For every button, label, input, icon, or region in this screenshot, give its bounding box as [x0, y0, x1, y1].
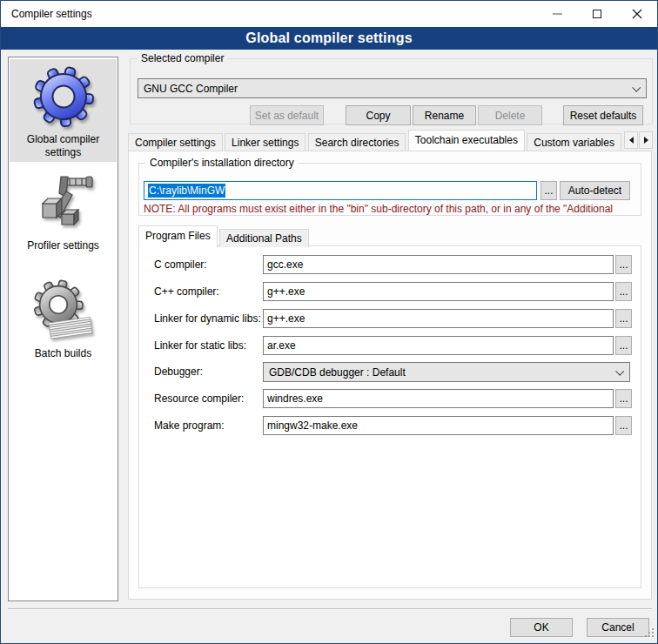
chevron-down-icon	[632, 84, 641, 92]
make-program-browse-button[interactable]: ...	[615, 416, 632, 435]
debugger-label: Debugger:	[154, 366, 203, 378]
settings-tabstrip: Compiler settings Linker settings Search…	[128, 130, 622, 151]
tab-compiler-settings[interactable]: Compiler settings	[128, 133, 223, 151]
program-files-tabstrip: Program Files Additional Paths	[138, 225, 308, 246]
installation-directory-group-title: Compiler's installation directory	[146, 157, 298, 169]
cpp-compiler-label: C++ compiler:	[154, 285, 219, 298]
dialog-banner: Global compiler settings	[1, 27, 657, 50]
make-program-label: Make program:	[154, 419, 225, 432]
compiler-settings-dialog: Compiler settings Global compiler settin…	[0, 0, 658, 644]
close-button[interactable]	[617, 1, 657, 27]
browse-directory-button[interactable]: ...	[540, 181, 557, 200]
program-files-page: C compiler: gcc.exe ... C++ compiler: g+…	[138, 245, 641, 588]
cancel-button[interactable]: Cancel	[587, 618, 649, 637]
installation-note: NOTE: All programs must exist either in …	[144, 203, 638, 215]
gray-gear-stack-icon	[10, 278, 117, 345]
make-program-value: mingw32-make.exe	[267, 419, 358, 432]
sidebar-item-label: Batch builds	[15, 347, 112, 360]
debugger-select[interactable]: GDB/CDB debugger : Default	[263, 362, 630, 382]
minimize-button[interactable]	[537, 1, 577, 27]
maximize-icon	[593, 10, 601, 18]
selected-compiler-group-title: Selected compiler	[138, 52, 227, 64]
selected-compiler-group: Selected compiler GNU GCC Compiler Set a…	[130, 58, 653, 124]
compiler-select-value: GNU GCC Compiler	[144, 83, 238, 95]
resource-compiler-label: Resource compiler:	[154, 392, 244, 405]
tab-toolchain-executables[interactable]: Toolchain executables	[408, 130, 525, 151]
linker-dynamic-input[interactable]: g++.exe	[263, 309, 614, 328]
compiler-select[interactable]: GNU GCC Compiler	[138, 78, 647, 98]
tab-linker-settings[interactable]: Linker settings	[225, 133, 306, 151]
category-list: Global compiler settings	[8, 57, 118, 601]
resource-compiler-value: windres.exe	[267, 392, 323, 405]
linker-dynamic-label: Linker for dynamic libs:	[154, 312, 261, 325]
sidebar-item-label: Global compiler settings	[15, 133, 112, 159]
tab-additional-paths[interactable]: Additional Paths	[219, 229, 309, 247]
sidebar-item-global-compiler-settings[interactable]: Global compiler settings	[10, 59, 117, 162]
resource-compiler-browse-button[interactable]: ...	[615, 389, 632, 408]
banner-title: Global compiler settings	[245, 30, 413, 46]
arrow-left-icon	[629, 137, 634, 144]
sidebar-item-profiler-settings[interactable]: Profiler settings	[10, 165, 117, 256]
c-compiler-label: C compiler:	[154, 258, 207, 271]
maximize-button[interactable]	[577, 1, 617, 27]
sidebar-item-label: Profiler settings	[15, 239, 112, 252]
chevron-down-icon	[615, 367, 624, 376]
tab-custom-variables[interactable]: Custom variables	[527, 133, 621, 151]
arrow-right-icon	[644, 137, 648, 144]
linker-dynamic-value: g++.exe	[267, 312, 305, 325]
resize-grip[interactable]	[645, 628, 655, 641]
footer-divider	[8, 608, 652, 610]
caliper-icon	[10, 171, 117, 238]
make-program-input[interactable]: mingw32-make.exe	[263, 416, 614, 435]
installation-directory-value: C:\raylib\MinGW	[148, 184, 225, 198]
linker-static-value: ar.exe	[267, 339, 296, 352]
tab-program-files[interactable]: Program Files	[138, 225, 218, 247]
c-compiler-value: gcc.exe	[267, 258, 303, 271]
linker-static-input[interactable]: ar.exe	[263, 336, 614, 355]
c-compiler-input[interactable]: gcc.exe	[263, 255, 614, 274]
linker-static-browse-button[interactable]: ...	[615, 336, 632, 355]
debugger-value: GDB/CDB debugger : Default	[269, 366, 406, 379]
reset-defaults-button[interactable]: Reset defaults	[563, 105, 643, 125]
tab-scroll-right-button[interactable]	[639, 131, 653, 149]
ok-button[interactable]: OK	[510, 618, 573, 637]
installation-directory-group: Compiler's installation directory C:\ray…	[138, 163, 641, 216]
set-as-default-button: Set as default	[250, 105, 324, 125]
cpp-compiler-browse-button[interactable]: ...	[615, 282, 632, 301]
delete-button: Delete	[478, 105, 542, 125]
tab-search-directories[interactable]: Search directories	[308, 133, 406, 151]
linker-dynamic-browse-button[interactable]: ...	[615, 309, 632, 328]
close-icon	[632, 9, 642, 19]
minimize-icon	[553, 13, 562, 15]
titlebar: Compiler settings	[1, 1, 657, 27]
cpp-compiler-input[interactable]: g++.exe	[263, 282, 614, 301]
rename-button[interactable]: Rename	[413, 105, 476, 125]
auto-detect-button[interactable]: Auto-detect	[560, 181, 630, 200]
tab-scroll-left-button[interactable]	[624, 131, 638, 149]
c-compiler-browse-button[interactable]: ...	[615, 255, 632, 274]
copy-button[interactable]: Copy	[346, 105, 411, 125]
linker-static-label: Linker for static libs:	[154, 339, 246, 352]
resource-compiler-input[interactable]: windres.exe	[263, 389, 614, 408]
installation-directory-input[interactable]: C:\raylib\MinGW	[144, 181, 537, 200]
blue-gear-icon	[10, 64, 117, 131]
window-title: Compiler settings	[11, 8, 92, 20]
sidebar-item-batch-builds[interactable]: Batch builds	[10, 273, 117, 364]
cpp-compiler-value: g++.exe	[267, 285, 305, 298]
